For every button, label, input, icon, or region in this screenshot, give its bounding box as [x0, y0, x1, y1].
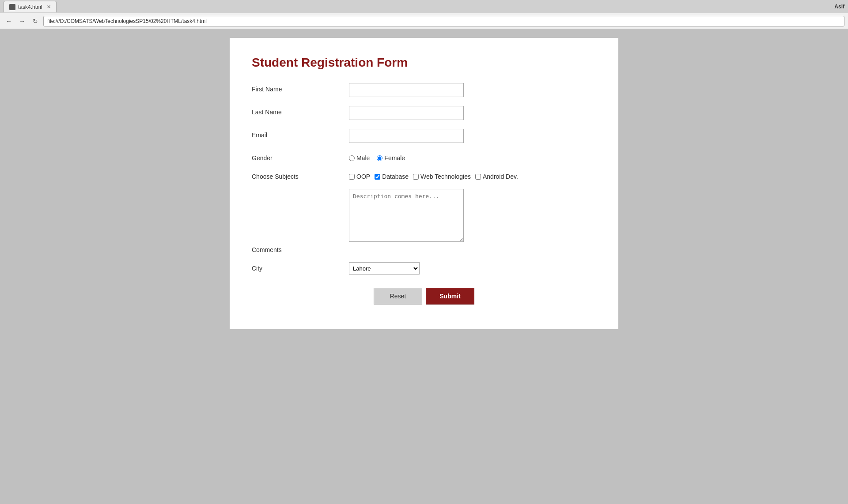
- gender-field: Male Female: [349, 152, 596, 162]
- back-button[interactable]: ←: [4, 16, 14, 26]
- subject-android-checkbox[interactable]: [475, 174, 481, 180]
- forward-button[interactable]: →: [17, 16, 27, 26]
- tab-favicon: [9, 4, 15, 10]
- browser-tabs: task4.html ✕ Asif: [0, 0, 848, 13]
- gender-male-radio[interactable]: [349, 155, 355, 161]
- comments-row: Comments: [252, 189, 596, 253]
- subject-oop-label: OOP: [356, 173, 370, 180]
- last-name-label: Last Name: [252, 106, 349, 116]
- subject-webtech-checkbox[interactable]: [413, 174, 419, 180]
- form-title: Student Registration Form: [252, 56, 596, 70]
- comments-textarea[interactable]: [349, 189, 464, 242]
- browser-tab[interactable]: task4.html ✕: [4, 1, 57, 12]
- gender-female-label: Female: [384, 154, 405, 162]
- address-bar[interactable]: [43, 16, 844, 26]
- gender-female-radio[interactable]: [377, 155, 382, 161]
- comments-field: [349, 189, 596, 243]
- subjects-checkbox-group: OOP Database Web Technologies Android De…: [349, 170, 596, 180]
- city-field: Lahore Karachi Islamabad Peshawar: [349, 262, 596, 275]
- tab-title: task4.html: [18, 4, 42, 10]
- subject-database-label: Database: [382, 173, 409, 180]
- city-row: City Lahore Karachi Islamabad Peshawar: [252, 262, 596, 275]
- subjects-row: Choose Subjects OOP Database Web Technol…: [252, 170, 596, 180]
- email-label: Email: [252, 129, 349, 139]
- last-name-field: [349, 106, 596, 120]
- first-name-field: [349, 83, 596, 97]
- user-label: Asif: [834, 4, 848, 10]
- subject-oop-option[interactable]: OOP: [349, 173, 370, 180]
- page-content: Student Registration Form First Name Las…: [0, 29, 848, 347]
- subject-oop-checkbox[interactable]: [349, 174, 355, 180]
- refresh-button[interactable]: ↻: [30, 16, 41, 26]
- browser-toolbar: ← → ↻: [0, 13, 848, 29]
- subject-android-label: Android Dev.: [483, 173, 518, 180]
- gender-row: Gender Male Female: [252, 152, 596, 162]
- first-name-label: First Name: [252, 83, 349, 93]
- subject-android-option[interactable]: Android Dev.: [475, 173, 518, 180]
- gender-radio-group: Male Female: [349, 152, 596, 162]
- last-name-row: Last Name: [252, 106, 596, 120]
- city-label: City: [252, 262, 349, 272]
- subjects-label: Choose Subjects: [252, 170, 349, 180]
- submit-button[interactable]: Submit: [426, 288, 474, 305]
- email-field: [349, 129, 596, 143]
- email-input[interactable]: [349, 129, 464, 143]
- subject-webtech-option[interactable]: Web Technologies: [413, 173, 471, 180]
- gender-male-option[interactable]: Male: [349, 154, 370, 162]
- subject-webtech-label: Web Technologies: [420, 173, 471, 180]
- form-container: Student Registration Form First Name Las…: [230, 38, 618, 329]
- subjects-field: OOP Database Web Technologies Android De…: [349, 170, 596, 180]
- reset-button[interactable]: Reset: [374, 288, 422, 305]
- buttons-row: Reset Submit: [252, 288, 596, 305]
- browser-chrome: task4.html ✕ Asif ← → ↻: [0, 0, 848, 29]
- first-name-row: First Name: [252, 83, 596, 97]
- last-name-input[interactable]: [349, 106, 464, 120]
- gender-label: Gender: [252, 152, 349, 162]
- subject-database-checkbox[interactable]: [375, 174, 380, 180]
- email-row: Email: [252, 129, 596, 143]
- gender-female-option[interactable]: Female: [377, 154, 405, 162]
- gender-male-label: Male: [356, 154, 370, 162]
- comments-label: Comments: [252, 189, 349, 253]
- city-select[interactable]: Lahore Karachi Islamabad Peshawar: [349, 262, 420, 275]
- subject-database-option[interactable]: Database: [375, 173, 409, 180]
- tab-close-button[interactable]: ✕: [47, 4, 51, 10]
- first-name-input[interactable]: [349, 83, 464, 97]
